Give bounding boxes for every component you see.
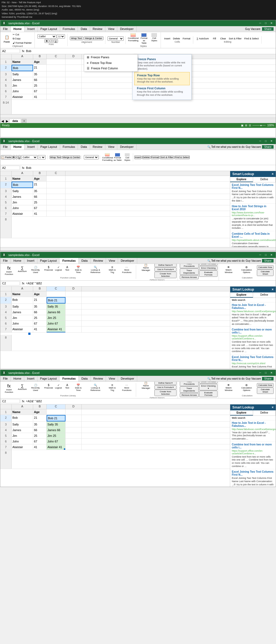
- list-item[interactable]: How to Join Text Strings in Excel 2010 h…: [230, 204, 276, 231]
- define-name-btn-3[interactable]: Define Name ▾: [154, 264, 176, 267]
- financial-btn-3[interactable]: $Financial: [44, 265, 54, 276]
- cell-b4-3[interactable]: 66: [33, 309, 47, 315]
- cell-b6-4[interactable]: 67: [33, 439, 47, 444]
- fill-handle-4[interactable]: [64, 448, 65, 450]
- cell-a2-4[interactable]: Bob: [12, 415, 33, 421]
- datetime-btn-4[interactable]: 📅Date & Time: [72, 383, 85, 394]
- cond-format-btn-2[interactable]: Conditional Formatting: [102, 153, 112, 161]
- delete-cell-btn-2[interactable]: Delete: [142, 155, 150, 159]
- cell-b3-2[interactable]: 35: [33, 188, 47, 194]
- cell-b1-1[interactable]: Age: [33, 59, 47, 64]
- cell-c5-1[interactable]: [47, 83, 65, 88]
- cell-a7-1[interactable]: Alaistair: [12, 94, 33, 100]
- font-face-2[interactable]: Calibri: [21, 155, 37, 159]
- tab-insert-4[interactable]: Insert: [24, 376, 37, 381]
- cell-b6-3[interactable]: 67: [33, 321, 47, 326]
- name-box-2[interactable]: [1, 166, 20, 170]
- cell-b6-2[interactable]: 67: [33, 205, 47, 211]
- cell-a5-1[interactable]: Jim: [12, 83, 33, 88]
- cell-c7-3[interactable]: Alaistair 41: [47, 326, 65, 332]
- error-checking-btn-4[interactable]: Error Checking ▾: [199, 384, 218, 390]
- cell-c5-4[interactable]: Jim 25: [47, 433, 65, 438]
- remove-arrows-btn-3[interactable]: Remove Arrows: [180, 275, 199, 279]
- cell-d2-4[interactable]: [65, 415, 82, 421]
- tab-insert-2[interactable]: Insert: [25, 144, 38, 150]
- fx-icon-1[interactable]: fx: [22, 49, 25, 53]
- show-formulas-btn-3[interactable]: Show Formulas: [199, 264, 218, 266]
- cell-a4-2[interactable]: James: [12, 194, 33, 199]
- format-table-btn-2[interactable]: Format as Table: [113, 153, 122, 161]
- cell-b5-2[interactable]: 25: [33, 200, 47, 205]
- list-item[interactable]: Excel Joining Two Text Columns First N..…: [230, 182, 276, 204]
- autosum-btn-4[interactable]: ∑AutoSum: [17, 383, 27, 394]
- italic-btn-1[interactable]: I: [50, 39, 53, 43]
- tab-developer-3[interactable]: Developer: [118, 258, 137, 264]
- cell-d6-3[interactable]: [65, 321, 82, 326]
- smart-lookup-close-3[interactable]: ×: [272, 288, 274, 291]
- name-box-4[interactable]: [1, 399, 20, 403]
- cell-d7-4[interactable]: [65, 444, 82, 450]
- underline-btn-1[interactable]: U: [53, 39, 58, 43]
- cell-d4-3[interactable]: [65, 309, 82, 315]
- cell-b1-3[interactable]: Age: [33, 291, 47, 297]
- paste-btn-2[interactable]: 📋 Paste: [1, 155, 12, 159]
- number-format-select-1[interactable]: General: [108, 36, 124, 41]
- tab-review-1[interactable]: Review: [90, 26, 105, 32]
- cell-d4-1[interactable]: [65, 77, 82, 83]
- cell-b2-1[interactable]: 21: [33, 65, 47, 71]
- cell-c3-1[interactable]: [47, 71, 65, 77]
- freeze-top-row-sub-item[interactable]: Freeze Top Row Keep the top row visible …: [134, 72, 190, 85]
- show-formulas-btn-4[interactable]: Show Formulas: [199, 382, 218, 384]
- logical-btn-3[interactable]: ✓Logical: [54, 265, 63, 276]
- cell-c3-3[interactable]: Sally 35: [47, 304, 65, 309]
- calc-sheet-btn-3[interactable]: Calculate Sheet: [257, 270, 274, 276]
- cell-b3-3[interactable]: 35: [33, 304, 47, 309]
- cell-d5-4[interactable]: [65, 433, 82, 438]
- cell-c7-2[interactable]: [47, 211, 65, 216]
- cell-a5-2[interactable]: Jim: [12, 200, 33, 205]
- create-from-selection-btn-4[interactable]: Create from Selection: [154, 390, 176, 396]
- sort-filter-btn-2[interactable]: Sort & Filter: [160, 155, 174, 159]
- evaluate-formula-btn-4[interactable]: Evaluate Formula: [199, 391, 218, 397]
- cell-b2-3[interactable]: 21: [33, 297, 47, 304]
- remove-arrows-btn-4[interactable]: Remove Arrows: [180, 393, 199, 397]
- calc-now-btn-3[interactable]: Calculate Now: [257, 265, 274, 269]
- cell-a6-3[interactable]: John: [12, 321, 33, 326]
- close-btn-4[interactable]: ✕: [269, 371, 274, 374]
- cell-c5-3[interactable]: Jim 25: [47, 315, 65, 321]
- sheet-tab-data-1[interactable]: data: [9, 119, 21, 123]
- math-btn-4[interactable]: πMath & Trig: [106, 383, 119, 394]
- cell-a1-4[interactable]: Name: [12, 409, 33, 415]
- cell-b4-2[interactable]: 66: [33, 194, 47, 199]
- name-manager-btn-3[interactable]: 📋Name Manager: [138, 264, 154, 278]
- recently-used-btn-4[interactable]: 🕐Recently Used: [28, 383, 43, 394]
- lookup-btn-4[interactable]: 🔍Lookup & Reference: [85, 383, 106, 394]
- zoom-slider-1[interactable]: ────●──: [253, 124, 266, 127]
- cell-c7-4[interactable]: Alaistair 41: [47, 444, 65, 450]
- tab-view-3[interactable]: View: [106, 258, 118, 264]
- view-break-btn-1[interactable]: ⊟: [249, 124, 251, 127]
- explore-tab-3[interactable]: Explore: [230, 292, 253, 298]
- cell-c4-1[interactable]: [47, 77, 65, 83]
- create-from-selection-btn-3[interactable]: Create from Selection: [154, 272, 176, 278]
- cell-d2-3[interactable]: [65, 297, 82, 304]
- watch-window-btn-4[interactable]: 👁Watch Window: [221, 383, 236, 394]
- cell-styles-btn-2[interactable]: Cell Styles: [123, 153, 132, 161]
- cell-a7-3[interactable]: Alaistair: [12, 326, 33, 332]
- tab-review-3[interactable]: Review: [91, 258, 106, 264]
- logical-btn-4[interactable]: ✓Logical: [54, 383, 63, 394]
- cell-a3-3[interactable]: Sally: [12, 304, 33, 309]
- formula-input-3[interactable]: [26, 281, 275, 285]
- tab-pagelayout-3[interactable]: Page Layout: [37, 258, 60, 264]
- cell-b1-4[interactable]: Age: [33, 409, 47, 415]
- tab-view-1[interactable]: View: [105, 26, 118, 32]
- cell-a3-2[interactable]: Sally: [12, 188, 33, 194]
- list-item[interactable]: Excel Joining Two Text Columns First N..…: [230, 355, 276, 369]
- calc-options-btn-3[interactable]: ⚙Calculation Options: [237, 265, 257, 276]
- cell-d2-1[interactable]: [65, 65, 82, 71]
- cell-b7-3[interactable]: 41: [33, 326, 47, 332]
- explore-tab-2[interactable]: Explore: [230, 177, 253, 182]
- cell-b7-1[interactable]: 41: [33, 94, 47, 100]
- text-btn-4[interactable]: AText: [63, 383, 71, 394]
- freeze-first-col-sub-item[interactable]: Freeze First Column Keep the first colum…: [134, 85, 190, 98]
